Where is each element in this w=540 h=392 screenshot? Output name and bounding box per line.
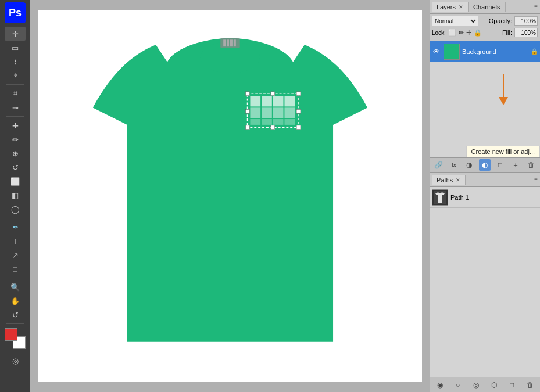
magic-wand-tool[interactable]: ⌖ bbox=[5, 69, 26, 82]
canvas-container bbox=[30, 0, 430, 392]
layers-panel-menu[interactable]: ≡ bbox=[534, 3, 538, 10]
layer-fx-btn[interactable]: fx bbox=[448, 159, 460, 171]
brush-tool[interactable]: ✏ bbox=[5, 132, 26, 146]
channels-tab-label: Channels bbox=[473, 3, 500, 10]
color-swatches[interactable] bbox=[5, 328, 26, 349]
layer-name: Background bbox=[462, 48, 528, 55]
crop-tool[interactable]: ⌗ bbox=[5, 87, 26, 100]
fill-input[interactable] bbox=[514, 28, 538, 37]
layer-item-background[interactable]: 👁 Background 🔒 bbox=[430, 41, 540, 62]
clone-tool[interactable]: ⊕ bbox=[5, 146, 26, 160]
svg-rect-12 bbox=[273, 119, 283, 125]
tool-separator-2 bbox=[6, 116, 24, 117]
path-thumbnail bbox=[432, 189, 448, 206]
delete-layer-btn[interactable]: 🗑 bbox=[525, 159, 537, 171]
svg-rect-16 bbox=[245, 125, 249, 129]
svg-rect-19 bbox=[296, 109, 301, 113]
svg-rect-10 bbox=[250, 119, 260, 125]
svg-rect-3 bbox=[262, 96, 272, 106]
arrow-container bbox=[430, 62, 540, 105]
dodge-tool[interactable]: ◯ bbox=[5, 202, 26, 216]
load-selection-btn[interactable]: ◎ bbox=[470, 379, 482, 391]
new-path-btn[interactable]: □ bbox=[506, 379, 518, 391]
svg-rect-25 bbox=[230, 39, 233, 46]
tool-separator-3 bbox=[6, 218, 24, 218]
layers-list: 👁 Background 🔒 bbox=[430, 41, 540, 157]
toolbar: Ps ✛ ▭ ⌇ ⌖ ⌗ ⊸ ✚ ✏ ⊕ ↺ ⬜ ◧ ◯ ✒ T ↗ □ 🔍 ✋… bbox=[0, 0, 30, 392]
heal-tool[interactable]: ✚ bbox=[5, 118, 26, 132]
rotate-view-tool[interactable]: ↺ bbox=[5, 308, 26, 322]
svg-rect-14 bbox=[245, 91, 249, 95]
svg-rect-13 bbox=[284, 119, 295, 125]
screen-mode-btn[interactable]: □ bbox=[5, 368, 26, 382]
tool-separator-1 bbox=[6, 84, 24, 85]
layers-tab-close[interactable]: ✕ bbox=[459, 4, 463, 10]
paths-bottom-toolbar: ◉ ○ ◎ ⬡ □ 🗑 bbox=[430, 377, 540, 392]
shape-tool[interactable]: □ bbox=[5, 262, 26, 276]
svg-rect-2 bbox=[250, 96, 260, 106]
lock-all-btn[interactable]: 🔒 bbox=[474, 29, 482, 37]
tab-layers[interactable]: Layers ✕ bbox=[432, 2, 469, 12]
eyedropper-tool[interactable]: ⊸ bbox=[5, 100, 26, 114]
paths-panel: Paths ✕ ≡ Path 1 ◉ ○ ◎ ⬡ bbox=[430, 173, 540, 392]
lock-position-btn[interactable]: ✛ bbox=[466, 29, 471, 37]
zoom-tool[interactable]: 🔍 bbox=[5, 280, 26, 294]
move-tool[interactable]: ✛ bbox=[5, 27, 26, 41]
new-group-btn[interactable]: □ bbox=[495, 159, 506, 171]
text-tool[interactable]: T bbox=[5, 234, 26, 248]
history-brush-tool[interactable]: ↺ bbox=[5, 160, 26, 174]
paths-tab-close[interactable]: ✕ bbox=[456, 177, 460, 183]
path-select-tool[interactable]: ↗ bbox=[5, 248, 26, 262]
tab-paths[interactable]: Paths ✕ bbox=[432, 175, 466, 185]
svg-rect-24 bbox=[227, 39, 229, 46]
canvas-white bbox=[38, 10, 422, 382]
layer-visibility-eye[interactable]: 👁 bbox=[432, 47, 441, 56]
svg-rect-5 bbox=[284, 96, 295, 106]
paths-tab-label: Paths bbox=[437, 177, 453, 184]
add-adjustment-btn[interactable]: ◐ bbox=[479, 159, 491, 171]
quick-mask-btn[interactable]: ◎ bbox=[5, 354, 26, 368]
layers-panel: Layers ✕ Channels ≡ Normal Dissolve Mult… bbox=[430, 0, 540, 173]
path-name: Path 1 bbox=[450, 194, 469, 201]
layers-bottom-toolbar: 🔗 fx ◑ ◐ □ ＋ 🗑 bbox=[430, 157, 540, 172]
pen-tool[interactable]: ✒ bbox=[5, 220, 26, 234]
layer-lock-icon: 🔒 bbox=[531, 48, 538, 55]
layers-tab-label: Layers bbox=[437, 3, 456, 10]
gradient-tool[interactable]: ◧ bbox=[5, 188, 26, 202]
tool-separator-4 bbox=[6, 278, 24, 278]
fill-path-btn[interactable]: ◉ bbox=[434, 379, 446, 391]
make-mask-btn[interactable]: ⬡ bbox=[488, 379, 500, 391]
lasso-tool[interactable]: ⌇ bbox=[5, 55, 26, 69]
stroke-path-btn[interactable]: ○ bbox=[452, 379, 464, 391]
lock-fill-row: Lock: ⬜ ✏ ✛ 🔒 Fill: bbox=[432, 28, 538, 37]
add-mask-btn[interactable]: ◑ bbox=[463, 159, 475, 171]
svg-rect-26 bbox=[233, 39, 235, 46]
link-layers-btn[interactable]: 🔗 bbox=[432, 159, 444, 171]
opacity-input[interactable] bbox=[514, 16, 538, 26]
lock-image-btn[interactable]: ✏ bbox=[459, 29, 464, 37]
svg-rect-7 bbox=[262, 107, 272, 118]
layer-thumbnail bbox=[444, 44, 460, 60]
delete-path-btn[interactable]: 🗑 bbox=[524, 379, 536, 391]
right-panel: Layers ✕ Channels ≡ Normal Dissolve Mult… bbox=[430, 0, 540, 392]
paths-list: Path 1 bbox=[430, 187, 540, 377]
new-layer-btn[interactable]: ＋ bbox=[510, 159, 521, 171]
hand-tool[interactable]: ✋ bbox=[5, 294, 26, 308]
paths-panel-menu[interactable]: ≡ bbox=[534, 177, 538, 183]
svg-rect-11 bbox=[262, 119, 272, 125]
lock-transparent-btn[interactable]: ⬜ bbox=[448, 29, 456, 37]
main-area bbox=[30, 0, 430, 392]
blend-mode-select[interactable]: Normal Dissolve Multiply Screen Overlay bbox=[432, 16, 478, 26]
selection-tool[interactable]: ▭ bbox=[5, 41, 26, 55]
layers-header: Layers ✕ Channels ≡ bbox=[430, 0, 540, 14]
eraser-tool[interactable]: ⬜ bbox=[5, 174, 26, 188]
svg-rect-9 bbox=[284, 107, 295, 118]
layers-controls: Normal Dissolve Multiply Screen Overlay … bbox=[430, 14, 540, 41]
foreground-color[interactable] bbox=[5, 328, 17, 341]
svg-rect-15 bbox=[296, 91, 301, 95]
path-item-1[interactable]: Path 1 bbox=[430, 187, 540, 208]
tab-channels[interactable]: Channels bbox=[469, 2, 505, 12]
fill-label: Fill: bbox=[502, 29, 512, 36]
svg-rect-17 bbox=[296, 125, 301, 129]
opacity-label: Opacity: bbox=[489, 17, 512, 24]
